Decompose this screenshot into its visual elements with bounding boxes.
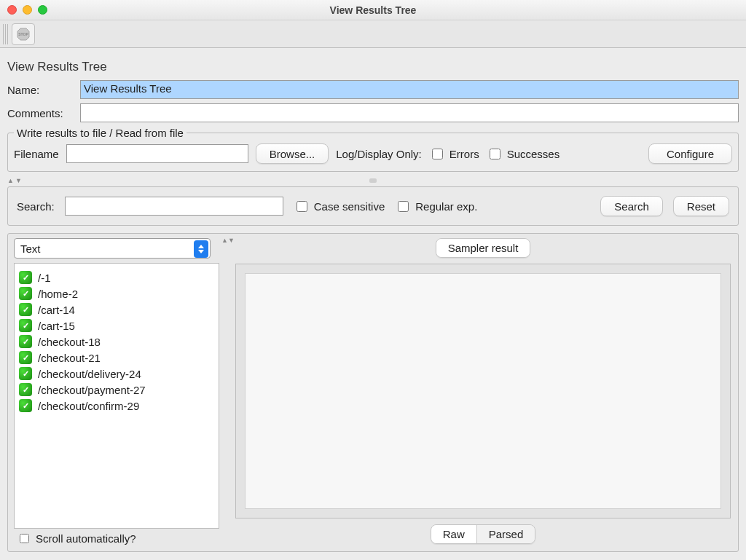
results-area: Text /-1/home-2/cart-14/cart-15/checkout… <box>7 233 739 552</box>
result-tree-item-label: /-1 <box>38 272 51 284</box>
window-controls <box>7 5 47 15</box>
regex-label: Regular exp. <box>415 200 477 213</box>
result-viewer-content <box>245 273 721 509</box>
tab-parsed[interactable]: Parsed <box>476 525 535 543</box>
search-panel: Search: Case sensitive Regular exp. Sear… <box>7 186 739 226</box>
write-results-fieldset: Write results to file / Read from file F… <box>7 127 739 172</box>
minimize-window-button[interactable] <box>23 5 32 15</box>
tab-sampler-result[interactable]: Sampler result <box>436 239 530 257</box>
result-tree-item[interactable]: /checkout/delivery-24 <box>19 366 214 382</box>
results-tree[interactable]: /-1/home-2/cart-14/cart-15/checkout-18/c… <box>14 263 219 529</box>
logonly-label: Log/Display Only: <box>336 148 422 160</box>
vertical-splitter[interactable]: ▲▼ <box>225 234 231 551</box>
successes-checkbox-input[interactable] <box>490 149 500 159</box>
result-tree-item-label: /home-2 <box>38 288 78 300</box>
result-tree-item-label: /cart-14 <box>38 304 75 316</box>
success-icon <box>19 287 32 300</box>
results-left-column: Text /-1/home-2/cart-14/cart-15/checkout… <box>8 234 225 551</box>
success-icon <box>19 383 32 396</box>
errors-checkbox-label: Errors <box>449 148 479 160</box>
result-tree-item[interactable]: /checkout/payment-27 <box>19 382 214 398</box>
reset-button[interactable]: Reset <box>673 196 729 216</box>
comments-label: Comments: <box>7 107 80 119</box>
result-tree-item-label: /checkout-21 <box>38 352 101 364</box>
stop-button[interactable]: STOP <box>12 23 35 45</box>
svg-text:STOP: STOP <box>18 32 28 36</box>
close-window-button[interactable] <box>7 5 17 15</box>
results-right-column: Sampler result Raw Parsed <box>231 234 738 551</box>
chevron-updown-icon <box>194 240 208 258</box>
page-title: View Results Tree <box>7 60 739 74</box>
toolbar-grip <box>3 24 9 44</box>
result-tree-item-label: /checkout/confirm-29 <box>38 400 139 412</box>
result-tree-item[interactable]: /checkout/confirm-29 <box>19 398 214 414</box>
case-sensitive-checkbox-input[interactable] <box>297 201 307 212</box>
scroll-auto-label: Scroll automatically? <box>36 532 136 545</box>
result-viewer <box>235 264 731 518</box>
scroll-auto-checkbox-input[interactable] <box>20 534 29 543</box>
case-sensitive-checkbox[interactable]: Case sensitive <box>294 199 385 214</box>
zoom-window-button[interactable] <box>38 5 47 15</box>
errors-checkbox[interactable]: Errors <box>429 146 479 162</box>
window-title: View Results Tree <box>330 4 417 16</box>
case-sensitive-label: Case sensitive <box>314 200 385 213</box>
success-icon <box>19 303 32 316</box>
search-input[interactable] <box>65 197 283 216</box>
bottom-tab-group: Raw Parsed <box>431 524 536 544</box>
result-tree-item[interactable]: /cart-14 <box>19 301 214 318</box>
toolbar: STOP <box>0 20 746 48</box>
comments-input[interactable] <box>80 103 739 122</box>
stop-icon: STOP <box>16 27 31 42</box>
result-tree-item-label: /cart-15 <box>38 320 75 332</box>
result-tree-item-label: /checkout/delivery-24 <box>38 368 141 380</box>
success-icon <box>19 319 32 332</box>
renderer-select-value: Text <box>20 242 41 255</box>
name-input[interactable]: View Results Tree <box>80 80 739 99</box>
renderer-select[interactable]: Text <box>14 238 211 259</box>
top-tab-group: Sampler result <box>436 238 531 258</box>
titlebar: View Results Tree <box>0 0 746 20</box>
horizontal-splitter-1[interactable]: ▲▼ <box>0 178 746 184</box>
result-tree-item[interactable]: /checkout-21 <box>19 350 214 366</box>
success-icon <box>19 367 32 380</box>
success-icon <box>19 399 32 412</box>
search-label: Search: <box>17 200 55 213</box>
result-tree-item-label: /checkout/payment-27 <box>38 384 146 396</box>
result-tree-item-label: /checkout-18 <box>38 336 101 348</box>
result-tree-item[interactable]: /-1 <box>19 269 214 285</box>
result-tree-item[interactable]: /checkout-18 <box>19 334 214 350</box>
successes-checkbox-label: Successes <box>507 148 560 160</box>
name-input-value: View Results Tree <box>84 82 172 95</box>
errors-checkbox-input[interactable] <box>432 149 443 159</box>
filename-input[interactable] <box>66 144 248 163</box>
success-icon <box>19 351 32 364</box>
browse-button[interactable]: Browse... <box>256 143 329 164</box>
filename-label: Filename <box>14 148 59 160</box>
successes-checkbox[interactable]: Successes <box>487 146 560 162</box>
success-icon <box>19 271 32 284</box>
result-tree-item[interactable]: /home-2 <box>19 285 214 301</box>
regex-checkbox[interactable]: Regular exp. <box>395 199 477 214</box>
scroll-auto-checkbox[interactable]: Scroll automatically? <box>14 529 225 547</box>
success-icon <box>19 335 32 348</box>
result-tree-item[interactable]: /cart-15 <box>19 318 214 334</box>
name-label: Name: <box>7 84 80 96</box>
write-results-legend: Write results to file / Read from file <box>14 127 186 139</box>
tab-raw[interactable]: Raw <box>431 525 476 543</box>
search-button[interactable]: Search <box>600 196 663 216</box>
regex-checkbox-input[interactable] <box>398 201 409 212</box>
configure-button[interactable]: Configure <box>648 143 732 164</box>
